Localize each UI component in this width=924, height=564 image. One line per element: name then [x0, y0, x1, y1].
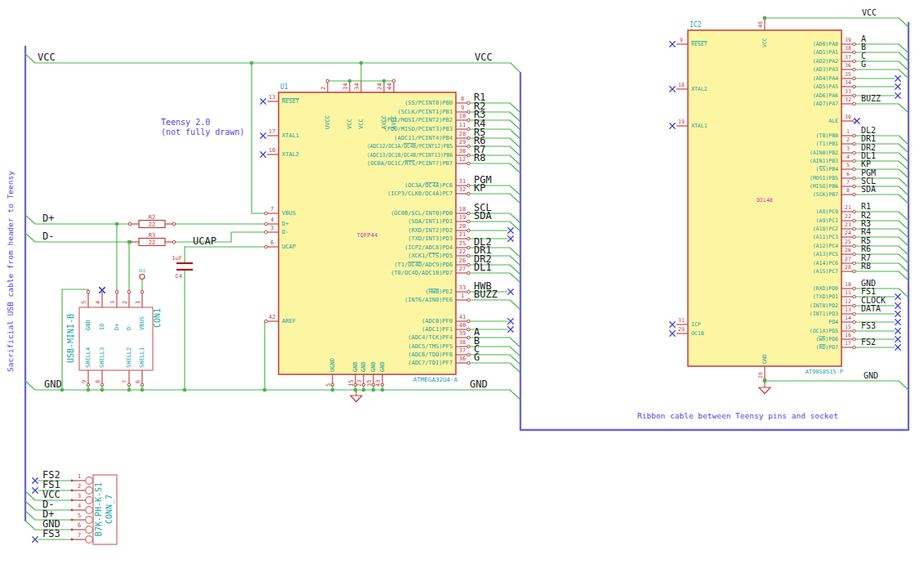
net-label[interactable]: FS1: [861, 287, 876, 296]
pin-name: (ADC7/TDI)PF7: [408, 360, 453, 366]
net-label[interactable]: KP: [861, 159, 871, 168]
net-label[interactable]: R8: [474, 152, 485, 163]
net-label[interactable]: DR1: [861, 134, 876, 143]
r3-ref[interactable]: R3: [149, 232, 155, 239]
r2-ref[interactable]: R2: [149, 214, 155, 221]
pin-number: 2: [78, 483, 81, 490]
pin-number: 29: [678, 326, 685, 333]
c4-ref[interactable]: C4: [176, 273, 182, 280]
net-label[interactable]: G: [861, 60, 866, 69]
pin-number: 32: [459, 186, 466, 193]
pin-name: (AD5)PA5: [813, 83, 838, 90]
net-label[interactable]: VCC: [862, 8, 877, 17]
net-label[interactable]: BUZZ: [474, 289, 498, 300]
u1-part-number[interactable]: ATMEGA32U4-A: [413, 376, 458, 383]
no-connect-icon: [895, 93, 900, 98]
u1-value[interactable]: TQFP44: [357, 232, 377, 239]
junction-dot: [381, 388, 385, 392]
pin-name: XTAL1: [282, 132, 299, 139]
net-label[interactable]: VCC: [475, 51, 493, 63]
pin-number: 13: [269, 94, 275, 101]
net-label[interactable]: VCC: [38, 51, 56, 63]
conn7-value[interactable]: B7K-PH-K-S1: [94, 482, 103, 536]
net-label[interactable]: GND: [470, 378, 488, 390]
pin-name: (SCLK/PCINT1)PB1: [398, 109, 453, 115]
net-wire[interactable]: [470, 363, 520, 372]
net-label[interactable]: DL1: [474, 262, 492, 273]
net-label[interactable]: BUZZ: [861, 94, 881, 103]
no-connect-icon: [33, 478, 38, 483]
r3-value[interactable]: 22: [149, 239, 155, 246]
net-label[interactable]: R6: [861, 244, 871, 253]
ic2-ref[interactable]: IC2: [690, 21, 702, 29]
pin-number: 27: [845, 256, 851, 262]
pin-end: [172, 240, 176, 244]
con1-ref[interactable]: CON1: [153, 308, 162, 328]
c4-value[interactable]: 1uF: [172, 255, 182, 262]
pin-name: (AD0)PA0: [813, 41, 838, 47]
u1-ref[interactable]: U1: [280, 83, 288, 91]
wire[interactable]: [174, 232, 266, 242]
junction-dot: [183, 388, 187, 392]
pin-number: 9: [461, 105, 464, 111]
pin-number: 19: [459, 214, 466, 221]
pin-number: 4: [95, 301, 101, 304]
r2-value[interactable]: 22: [149, 222, 155, 228]
wire[interactable]: [25, 215, 130, 224]
ic2-value[interactable]: DIL40: [757, 197, 773, 204]
net-wire[interactable]: [855, 69, 908, 78]
net-label[interactable]: FS3: [861, 321, 876, 330]
net-label[interactable]: R1: [861, 202, 871, 211]
ribbon-cable-note[interactable]: Ribbon cable between Teensy pins and soc…: [637, 411, 838, 420]
pin-number: 9: [680, 37, 683, 43]
net-label[interactable]: G: [474, 351, 480, 363]
net-label[interactable]: SDA: [474, 210, 492, 222]
no-connect-icon: [670, 42, 675, 47]
net-label[interactable]: KP: [474, 182, 485, 194]
usb-cable-note[interactable]: Sacrificial USB cable from header to Tee…: [6, 168, 15, 374]
junction-dot: [359, 61, 364, 65]
net-label[interactable]: R4: [861, 227, 871, 236]
pin-name: (T0)PB0: [816, 132, 838, 139]
wire[interactable]: [765, 18, 908, 27]
con1-value[interactable]: USB-MINI-B: [66, 314, 75, 363]
net-label[interactable]: GND: [44, 378, 62, 390]
pin-name: XTAL1: [691, 123, 708, 129]
net-label[interactable]: B: [861, 43, 866, 51]
teensy-note-line2[interactable]: (not fully drawn): [161, 128, 244, 137]
net-label[interactable]: D-: [42, 231, 54, 242]
net-label[interactable]: SDA: [861, 185, 876, 194]
conn7-ref[interactable]: CONN_7: [105, 495, 114, 524]
pin-number: 39: [845, 37, 851, 43]
pin-name: D+: [282, 221, 288, 227]
net-label[interactable]: FS2: [861, 338, 876, 347]
wire[interactable]: [265, 321, 266, 390]
schematic-canvas[interactable]: U1TQFP44ATMEGA32U4-A8(SS/PCINT0)PB0R19(S…: [0, 0, 924, 564]
pin-number: 32: [845, 96, 851, 103]
net-label[interactable]: GND: [864, 371, 878, 380]
net-wire[interactable]: [470, 163, 520, 172]
pin-name: (ICP2/ADC8)PD4: [404, 244, 453, 251]
wire[interactable]: [25, 54, 520, 73]
teensy-note-line1[interactable]: Teensy 2.0: [161, 118, 210, 127]
net-label[interactable]: R8: [861, 262, 871, 271]
pin-number: 19: [678, 119, 685, 125]
net-label[interactable]: FS3: [42, 528, 60, 539]
net-label[interactable]: D+: [42, 213, 54, 224]
net-wire[interactable]: [470, 300, 520, 309]
pin-number: 31: [678, 317, 685, 324]
wire[interactable]: [765, 379, 908, 390]
pin-number: 25: [459, 240, 466, 247]
net-wire[interactable]: [855, 104, 908, 113]
pin-number: 8: [846, 187, 850, 194]
net-label[interactable]: UCAP: [193, 235, 216, 247]
net-label[interactable]: DATA: [861, 304, 881, 313]
wire[interactable]: [252, 63, 266, 213]
pin-number: 6: [270, 239, 274, 246]
no-connect-icon: [261, 133, 266, 138]
schematic-drawing[interactable]: U1TQFP44ATMEGA32U4-A8(SS/PCINT0)PB0R19(S…: [0, 0, 924, 564]
pin-number: 28: [845, 264, 851, 271]
wire[interactable]: [25, 233, 130, 242]
ic2-part-number[interactable]: AT90S8515-P: [806, 369, 843, 375]
no-connect-icon: [895, 311, 900, 316]
